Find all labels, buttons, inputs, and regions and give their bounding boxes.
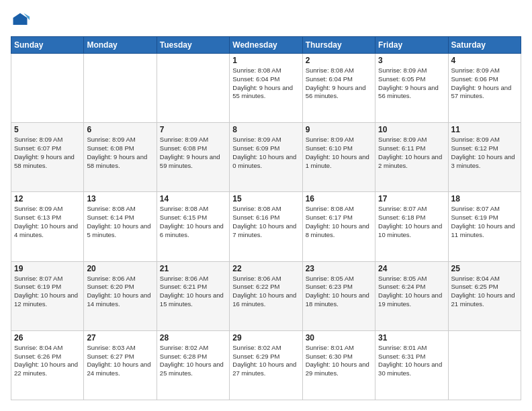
calendar-header-thursday: Thursday xyxy=(302,37,375,54)
calendar-cell: 13Sunrise: 8:08 AM Sunset: 6:14 PM Dayli… xyxy=(84,192,157,261)
calendar-cell: 26Sunrise: 8:04 AM Sunset: 6:26 PM Dayli… xyxy=(11,330,84,400)
day-info: Sunrise: 8:02 AM Sunset: 6:29 PM Dayligh… xyxy=(232,344,299,378)
calendar-cell: 16Sunrise: 8:08 AM Sunset: 6:17 PM Dayli… xyxy=(302,192,375,261)
calendar-cell: 23Sunrise: 8:05 AM Sunset: 6:23 PM Dayli… xyxy=(302,261,375,330)
day-number: 29 xyxy=(232,333,299,342)
day-number: 28 xyxy=(160,333,226,342)
calendar-cell: 3Sunrise: 8:09 AM Sunset: 6:05 PM Daylig… xyxy=(375,54,448,123)
day-number: 11 xyxy=(451,125,518,134)
day-number: 6 xyxy=(87,125,153,134)
calendar-header-saturday: Saturday xyxy=(448,37,521,54)
calendar-cell: 9Sunrise: 8:09 AM Sunset: 6:10 PM Daylig… xyxy=(302,123,375,192)
calendar-cell: 28Sunrise: 8:02 AM Sunset: 6:28 PM Dayli… xyxy=(157,330,229,400)
calendar-week-row: 19Sunrise: 8:07 AM Sunset: 6:19 PM Dayli… xyxy=(11,261,521,330)
calendar-cell: 10Sunrise: 8:09 AM Sunset: 6:11 PM Dayli… xyxy=(375,123,448,192)
calendar-week-row: 1Sunrise: 8:08 AM Sunset: 6:04 PM Daylig… xyxy=(11,54,521,123)
day-number: 3 xyxy=(378,56,445,65)
calendar-cell: 12Sunrise: 8:09 AM Sunset: 6:13 PM Dayli… xyxy=(11,192,84,261)
calendar-cell: 21Sunrise: 8:06 AM Sunset: 6:21 PM Dayli… xyxy=(157,261,229,330)
day-info: Sunrise: 8:07 AM Sunset: 6:19 PM Dayligh… xyxy=(451,205,518,239)
day-number: 31 xyxy=(378,333,445,342)
day-info: Sunrise: 8:01 AM Sunset: 6:31 PM Dayligh… xyxy=(378,344,445,378)
day-number: 22 xyxy=(232,264,299,273)
calendar-cell xyxy=(84,54,157,123)
calendar-header-friday: Friday xyxy=(375,37,448,54)
day-number: 8 xyxy=(232,125,299,134)
calendar-cell: 1Sunrise: 8:08 AM Sunset: 6:04 PM Daylig… xyxy=(230,54,302,123)
calendar-cell: 25Sunrise: 8:04 AM Sunset: 6:25 PM Dayli… xyxy=(448,261,521,330)
calendar-cell: 4Sunrise: 8:09 AM Sunset: 6:06 PM Daylig… xyxy=(448,54,521,123)
day-number: 20 xyxy=(87,264,153,273)
day-number: 9 xyxy=(306,125,372,134)
calendar-cell: 2Sunrise: 8:08 AM Sunset: 6:04 PM Daylig… xyxy=(302,54,375,123)
calendar-cell xyxy=(448,330,521,400)
day-number: 16 xyxy=(306,194,372,203)
day-info: Sunrise: 8:09 AM Sunset: 6:11 PM Dayligh… xyxy=(378,136,445,170)
day-info: Sunrise: 8:09 AM Sunset: 6:09 PM Dayligh… xyxy=(232,136,299,170)
day-number: 15 xyxy=(232,194,299,203)
day-number: 23 xyxy=(306,264,372,273)
calendar-header-sunday: Sunday xyxy=(11,37,84,54)
day-info: Sunrise: 8:07 AM Sunset: 6:18 PM Dayligh… xyxy=(378,205,445,239)
day-info: Sunrise: 8:08 AM Sunset: 6:04 PM Dayligh… xyxy=(232,66,299,101)
day-number: 13 xyxy=(87,194,153,203)
calendar-cell: 18Sunrise: 8:07 AM Sunset: 6:19 PM Dayli… xyxy=(448,192,521,261)
day-info: Sunrise: 8:07 AM Sunset: 6:19 PM Dayligh… xyxy=(14,275,81,309)
day-number: 12 xyxy=(14,194,81,203)
calendar-week-row: 12Sunrise: 8:09 AM Sunset: 6:13 PM Dayli… xyxy=(11,192,521,261)
logo-icon xyxy=(11,11,30,30)
calendar-week-row: 5Sunrise: 8:09 AM Sunset: 6:07 PM Daylig… xyxy=(11,123,521,192)
day-number: 18 xyxy=(451,194,518,203)
day-number: 24 xyxy=(378,264,445,273)
day-number: 7 xyxy=(160,125,226,134)
day-info: Sunrise: 8:06 AM Sunset: 6:20 PM Dayligh… xyxy=(87,275,153,309)
calendar-cell: 15Sunrise: 8:08 AM Sunset: 6:16 PM Dayli… xyxy=(230,192,302,261)
calendar-cell: 6Sunrise: 8:09 AM Sunset: 6:08 PM Daylig… xyxy=(84,123,157,192)
day-info: Sunrise: 8:08 AM Sunset: 6:17 PM Dayligh… xyxy=(306,205,372,239)
calendar-header-monday: Monday xyxy=(84,37,157,54)
calendar-cell: 14Sunrise: 8:08 AM Sunset: 6:15 PM Dayli… xyxy=(157,192,229,261)
calendar-cell: 7Sunrise: 8:09 AM Sunset: 6:08 PM Daylig… xyxy=(157,123,229,192)
day-info: Sunrise: 8:04 AM Sunset: 6:25 PM Dayligh… xyxy=(451,275,518,309)
calendar-cell: 22Sunrise: 8:06 AM Sunset: 6:22 PM Dayli… xyxy=(230,261,302,330)
day-info: Sunrise: 8:09 AM Sunset: 6:12 PM Dayligh… xyxy=(451,136,518,170)
day-info: Sunrise: 8:09 AM Sunset: 6:08 PM Dayligh… xyxy=(160,136,226,170)
day-info: Sunrise: 8:09 AM Sunset: 6:13 PM Dayligh… xyxy=(14,205,81,239)
day-number: 26 xyxy=(14,333,81,342)
day-number: 14 xyxy=(160,194,226,203)
day-info: Sunrise: 8:08 AM Sunset: 6:14 PM Dayligh… xyxy=(87,205,153,239)
day-info: Sunrise: 8:08 AM Sunset: 6:16 PM Dayligh… xyxy=(232,205,299,239)
day-number: 30 xyxy=(306,333,372,342)
day-info: Sunrise: 8:08 AM Sunset: 6:15 PM Dayligh… xyxy=(160,205,226,239)
calendar-cell: 5Sunrise: 8:09 AM Sunset: 6:07 PM Daylig… xyxy=(11,123,84,192)
calendar-header-wednesday: Wednesday xyxy=(230,37,302,54)
calendar-cell: 30Sunrise: 8:01 AM Sunset: 6:30 PM Dayli… xyxy=(302,330,375,400)
calendar-cell: 20Sunrise: 8:06 AM Sunset: 6:20 PM Dayli… xyxy=(84,261,157,330)
calendar-cell: 24Sunrise: 8:05 AM Sunset: 6:24 PM Dayli… xyxy=(375,261,448,330)
calendar-cell: 19Sunrise: 8:07 AM Sunset: 6:19 PM Dayli… xyxy=(11,261,84,330)
day-number: 25 xyxy=(451,264,518,273)
day-number: 17 xyxy=(378,194,445,203)
day-info: Sunrise: 8:09 AM Sunset: 6:05 PM Dayligh… xyxy=(378,66,445,101)
calendar-cell: 17Sunrise: 8:07 AM Sunset: 6:18 PM Dayli… xyxy=(375,192,448,261)
page-container: SundayMondayTuesdayWednesdayThursdayFrid… xyxy=(0,0,532,411)
day-info: Sunrise: 8:09 AM Sunset: 6:06 PM Dayligh… xyxy=(451,66,518,101)
day-info: Sunrise: 8:06 AM Sunset: 6:22 PM Dayligh… xyxy=(232,275,299,309)
day-info: Sunrise: 8:06 AM Sunset: 6:21 PM Dayligh… xyxy=(160,275,226,309)
calendar-cell xyxy=(157,54,229,123)
day-number: 10 xyxy=(378,125,445,134)
calendar-header-tuesday: Tuesday xyxy=(157,37,229,54)
calendar-cell: 29Sunrise: 8:02 AM Sunset: 6:29 PM Dayli… xyxy=(230,330,302,400)
calendar-table: SundayMondayTuesdayWednesdayThursdayFrid… xyxy=(11,36,521,400)
day-info: Sunrise: 8:08 AM Sunset: 6:04 PM Dayligh… xyxy=(306,66,372,101)
day-info: Sunrise: 8:05 AM Sunset: 6:24 PM Dayligh… xyxy=(378,275,445,309)
logo xyxy=(11,11,32,30)
svg-marker-0 xyxy=(13,13,28,26)
day-info: Sunrise: 8:05 AM Sunset: 6:23 PM Dayligh… xyxy=(306,275,372,309)
day-info: Sunrise: 8:09 AM Sunset: 6:08 PM Dayligh… xyxy=(87,136,153,170)
day-info: Sunrise: 8:09 AM Sunset: 6:07 PM Dayligh… xyxy=(14,136,81,170)
calendar-cell: 27Sunrise: 8:03 AM Sunset: 6:27 PM Dayli… xyxy=(84,330,157,400)
calendar-cell: 8Sunrise: 8:09 AM Sunset: 6:09 PM Daylig… xyxy=(230,123,302,192)
calendar-cell: 31Sunrise: 8:01 AM Sunset: 6:31 PM Dayli… xyxy=(375,330,448,400)
day-number: 27 xyxy=(87,333,153,342)
